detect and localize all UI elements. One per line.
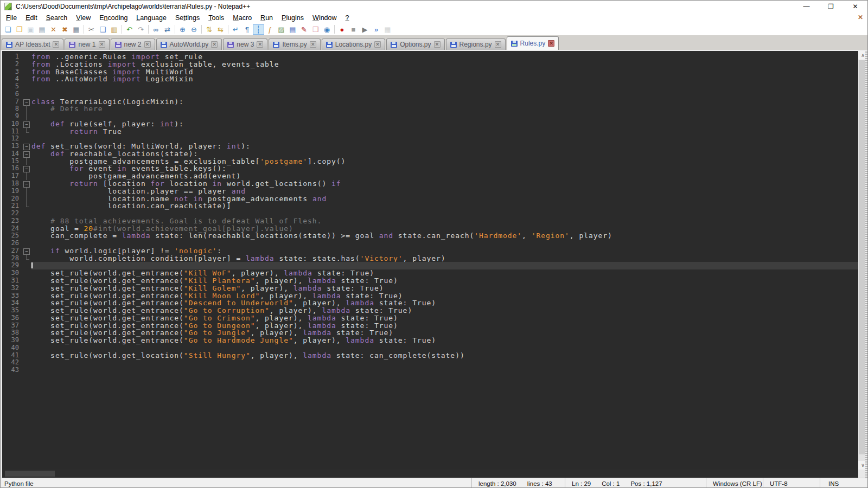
menu-help[interactable]: ? [341,13,354,23]
menu-tools[interactable]: Tools [204,13,228,23]
tab-close-icon[interactable]: ✕ [548,40,554,47]
fold-toggle-icon[interactable] [22,180,31,188]
code-text[interactable]: set_rule(world.get_entrance("Go to Corru… [31,307,858,314]
menu-file[interactable]: File [2,13,21,23]
code-text[interactable]: for event in events_table.keys(): [31,165,858,172]
document-list-icon[interactable]: ▤ [287,24,298,35]
code-text[interactable] [31,240,858,247]
tab-rules-py[interactable]: Rules.py✕ [507,36,559,50]
document-map-icon[interactable]: ▨ [276,24,287,35]
fold-toggle-icon[interactable] [22,120,31,128]
status-insert-mode[interactable]: INS [820,478,867,488]
code-text[interactable]: set_rule(world.get_entrance("Kill WoF", … [31,269,858,277]
zoom-in-icon[interactable]: ⊕ [177,24,188,35]
find-icon[interactable]: ∞ [150,24,162,35]
status-encoding[interactable]: UTF-8 [763,478,820,488]
code-text[interactable]: set_rule(world.get_entrance("Go to Hardm… [31,337,858,344]
code-text[interactable]: can_complete = lambda state: len(reachab… [31,232,858,240]
copy-icon[interactable]: ❑ [97,24,108,35]
zoom-out-icon[interactable]: ⊖ [188,24,200,35]
show-indent-guide-icon[interactable]: ┆ [253,24,264,35]
macro-stop-icon[interactable]: ■ [348,24,359,35]
fold-toggle-icon[interactable] [22,150,31,158]
code-text[interactable]: from ..AutoWorld import LogicMixin [31,75,858,83]
menu-encoding[interactable]: Encoding [95,13,132,23]
code-text[interactable]: from ..generic.Rules import set_rule [31,53,858,61]
sync-horizontal-scroll-icon[interactable]: ⇆ [215,24,226,35]
code-area[interactable]: 1from ..generic.Rules import set_rule2fr… [2,51,858,470]
tab-items-py[interactable]: Items.py✕ [269,38,320,50]
code-text[interactable] [31,210,858,217]
code-text[interactable]: set_rule(world.get_entrance("Go to Jungl… [31,329,858,337]
code-text[interactable]: set_rule(world.get_entrance("Descend to … [31,299,858,307]
save-file-icon[interactable]: ▣ [25,24,36,35]
code-text[interactable] [31,367,858,374]
code-text[interactable]: world.completion_condition[player] = lam… [31,255,858,262]
macro-save-icon[interactable]: ▦ [382,24,393,35]
tab-locations-py[interactable]: Locations.py✕ [322,38,385,50]
tab-close-icon[interactable]: ✕ [99,41,105,48]
word-wrap-icon[interactable]: ↵ [230,24,241,35]
tab-close-icon[interactable]: ✕ [211,41,218,48]
menu-settings[interactable]: Settings [171,13,204,23]
tab-close-icon[interactable]: ✕ [53,41,59,48]
monitoring-eye-icon[interactable]: ◉ [321,24,333,35]
code-text[interactable] [31,83,858,91]
code-text[interactable]: return True [31,128,858,136]
tab-options-py[interactable]: Options.py✕ [386,38,444,50]
code-text[interactable]: postgame_advancements.add(event) [31,172,858,180]
code-text[interactable]: def reachable_locations(state): [31,150,858,158]
tab-close-icon[interactable]: ✕ [310,41,316,48]
function-list-icon[interactable]: ƒ [264,24,276,35]
tab-new-1[interactable]: new 1✕ [65,38,109,50]
code-text[interactable]: set_rule(world.get_entrance("Go to Crims… [31,314,858,322]
tab-regions-py[interactable]: Regions.py✕ [446,38,506,50]
print-icon[interactable]: ▦ [71,24,82,35]
sync-vertical-scroll-icon[interactable]: ⇅ [203,24,215,35]
close-all-icon[interactable]: ✖ [59,24,71,35]
code-text[interactable] [31,135,858,143]
horizontal-scrollbar[interactable] [2,470,858,478]
menu-run[interactable]: Run [256,13,277,23]
tab-autoworld-py[interactable]: AutoWorld.py✕ [156,38,222,50]
code-text[interactable]: if world.logic[player] != 'nologic': [31,247,858,255]
code-text[interactable] [31,359,858,367]
tab-new-2[interactable]: new 2✕ [111,38,155,50]
code-text[interactable]: set_rule(world.get_location("Still Hungr… [31,352,858,359]
tab-new-3[interactable]: new 3✕ [223,38,267,50]
code-text[interactable]: set_rule(world.get_entrance("Go to Dunge… [31,322,858,330]
close-file-icon[interactable]: ✕ [48,24,59,35]
edit-popup-icon[interactable]: ✎ [298,24,310,35]
save-all-icon[interactable]: ▤ [36,24,48,35]
code-text[interactable]: class TerrariaLogic(LogicMixin): [31,98,858,106]
tab-ap-ideas-txt[interactable]: AP Ideas.txt✕ [2,38,63,50]
fold-toggle-icon[interactable] [22,247,31,255]
menu-window[interactable]: Window [308,13,341,23]
macro-run-multiple-icon[interactable]: » [371,24,382,35]
menu-language[interactable]: Language [132,13,171,23]
tab-close-icon[interactable]: ✕ [144,41,151,48]
code-text[interactable]: location.player == player and [31,188,858,195]
paste-icon[interactable]: ▥ [108,24,120,35]
code-text[interactable]: location.name not in postgame_advancemen… [31,195,858,203]
macro-play-icon[interactable]: ▶ [359,24,371,35]
new-file-icon[interactable]: ❏ [2,24,14,35]
fold-toggle-icon[interactable] [22,143,31,150]
code-text[interactable] [31,262,858,269]
code-text[interactable]: def set_rules(world: MultiWorld, player:… [31,143,858,150]
tab-close-icon[interactable]: ✕ [374,41,381,48]
menu-macro[interactable]: Macro [228,13,256,23]
code-text[interactable]: set_rule(world.get_entrance("Kill Golem"… [31,285,858,292]
code-text[interactable]: def rule(self, player: int): [31,120,858,128]
code-text[interactable]: set_rule(world.get_entrance("Kill Plante… [31,277,858,285]
redo-icon[interactable]: ↷ [135,24,146,35]
status-eol[interactable]: Windows (CR LF) [706,478,763,488]
tab-close-icon[interactable]: ✕ [434,41,441,48]
horizontal-scrollbar-thumb[interactable] [5,471,55,477]
code-text[interactable]: location.can_reach(state)] [31,202,858,210]
replace-icon[interactable]: ⇄ [162,24,173,35]
minimize-button[interactable]: — [794,1,819,12]
menu-edit[interactable]: Edit [21,13,42,23]
show-all-characters-icon[interactable]: ¶ [241,24,253,35]
fold-toggle-icon[interactable] [22,98,31,106]
